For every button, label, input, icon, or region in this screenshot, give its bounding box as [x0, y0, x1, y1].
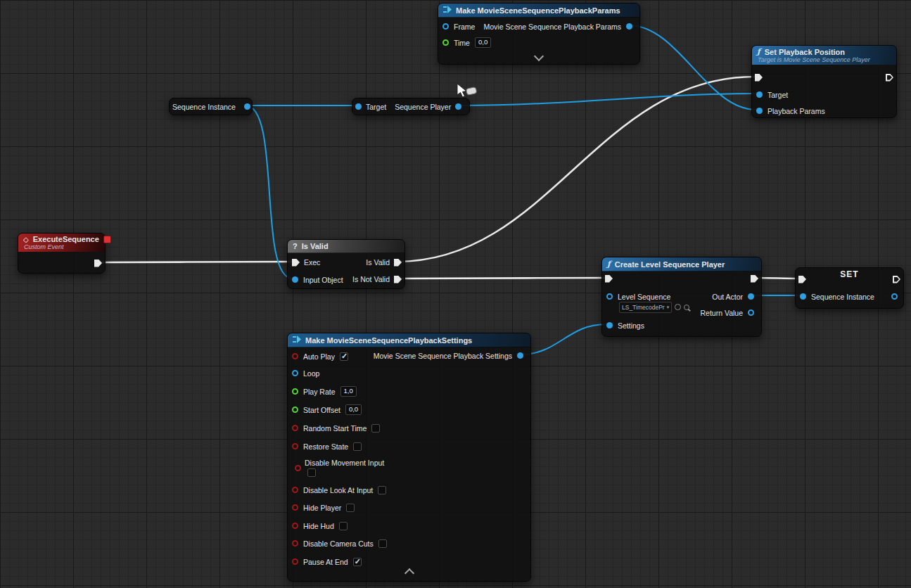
wire-sequenceplayer-to-target[interactable] [457, 94, 756, 106]
mouse-cursor [456, 83, 478, 104]
node-get-sequence-player[interactable]: Target Sequence Player [352, 98, 470, 115]
float-pin[interactable] [292, 407, 298, 413]
wire-sequenceinstance-to-inputobject[interactable] [246, 106, 293, 279]
pause-at-end-checkbox[interactable] [353, 558, 362, 566]
playback-params-out-pin[interactable] [626, 23, 632, 30]
asset-picker-dropdown[interactable]: LS_TimecodePr ▾ [619, 302, 672, 313]
node-header: ƒ Create Level Sequence Player [602, 257, 761, 271]
target-in-pin[interactable] [355, 103, 362, 110]
wire-exec-executesequence-to-isvalid[interactable] [98, 262, 295, 262]
exec-out-pin[interactable] [94, 260, 102, 267]
sequence-player-out-pin[interactable] [455, 103, 461, 110]
exec-in-pin[interactable] [292, 259, 300, 267]
return-value-pin[interactable] [748, 309, 754, 316]
bool-pin[interactable] [292, 443, 298, 449]
pin-label: Target [767, 91, 788, 99]
random-start-time-checkbox[interactable] [371, 424, 380, 433]
float-pin[interactable] [292, 388, 298, 395]
collapse-chevron-icon[interactable] [534, 51, 544, 61]
pin-row-restore-state: Restore State [288, 442, 362, 451]
frame-pin[interactable] [442, 23, 449, 30]
exec-in-pin[interactable] [605, 275, 613, 283]
level-sequence-pin[interactable] [606, 293, 613, 300]
wire-params-to-playbackparams[interactable] [629, 25, 756, 110]
target-pin[interactable] [756, 91, 763, 98]
node-execute-sequence-event[interactable]: ◇ ExecuteSequence Custom Event [18, 233, 106, 274]
node-make-playback-params[interactable]: Make MovieSceneSequencePlaybackParams Fr… [438, 3, 640, 65]
node-subtitle: Custom Event [24, 243, 100, 250]
bool-pin[interactable] [295, 465, 301, 471]
disable-movement-input-checkbox[interactable] [307, 468, 316, 477]
play-rate-input[interactable]: 1,0 [340, 386, 357, 397]
make-struct-icon [443, 6, 452, 15]
blueprint-graph-canvas[interactable]: Make MovieSceneSequencePlaybackParams Fr… [0, 0, 911, 588]
node-make-playback-settings[interactable]: Make MovieSceneSequencePlaybackSettings … [287, 333, 531, 582]
bool-pin[interactable] [292, 487, 298, 493]
expand-chevron-icon[interactable] [404, 568, 414, 578]
node-header: Make MovieSceneSequencePlaybackParams [438, 4, 639, 18]
pin-row: Target Sequence Player [352, 102, 469, 111]
sequence-instance-in-pin[interactable] [800, 293, 806, 300]
pin-row-hide-hud: Hide Hud [288, 521, 348, 530]
node-title: SET [796, 269, 903, 279]
bool-pin[interactable] [292, 523, 298, 529]
pin-label: Restore State [303, 442, 348, 451]
wire-exec-isnotvalid-to-createplayer[interactable] [397, 278, 608, 279]
node-title: Create Level Sequence Player [615, 260, 725, 269]
is-not-valid-exec-out-pin[interactable] [394, 276, 402, 283]
browse-asset-icon[interactable] [684, 305, 689, 310]
disable-look-at-input-checkbox[interactable] [378, 486, 386, 494]
settings-out-pin[interactable] [517, 352, 523, 359]
node-header: ? Is Valid [288, 240, 404, 253]
pin-row-level-sequence: Level Sequence [602, 292, 670, 301]
pin-row-target: Target [752, 90, 788, 99]
hide-player-checkbox[interactable] [346, 504, 355, 512]
time-pin[interactable] [442, 39, 449, 46]
input-object-pin[interactable] [292, 276, 298, 283]
exec-in-row [602, 274, 613, 283]
bool-pin[interactable] [292, 353, 298, 359]
out-actor-pin[interactable] [748, 293, 754, 300]
pin-row-playback-params: Playback Params [752, 106, 825, 115]
exec-in-pin[interactable] [798, 276, 806, 283]
pin-label: Play Rate [303, 388, 336, 396]
variable-out-pin[interactable] [891, 293, 898, 300]
pin-label: Movie Scene Sequence Playback Settings [374, 352, 512, 360]
pin-row-start-offset: Start Offset 0,0 [288, 405, 362, 414]
pin-row-disable-camera-cuts: Disable Camera Cuts [288, 539, 387, 548]
playback-params-pin[interactable] [756, 108, 763, 114]
node-set-playback-position[interactable]: ƒ Set Playback Position Target is Movie … [751, 45, 897, 118]
use-selected-asset-icon[interactable] [675, 304, 681, 310]
hide-hud-checkbox[interactable] [339, 522, 348, 530]
pin-row-exec: Exec [288, 258, 320, 267]
time-value-input[interactable]: 0,0 [475, 37, 491, 48]
node-get-sequence-instance[interactable]: Sequence Instance [169, 98, 253, 115]
exec-in-pin[interactable] [755, 74, 763, 82]
struct-pin[interactable] [292, 370, 298, 376]
bool-pin[interactable] [292, 504, 298, 511]
restore-state-checkbox[interactable] [353, 442, 362, 451]
exec-out-pin[interactable] [751, 275, 758, 283]
settings-pin[interactable] [606, 322, 613, 328]
function-icon: ƒ [607, 260, 611, 269]
node-is-valid[interactable]: ? Is Valid Exec Is Valid Input Object Is… [287, 239, 405, 289]
start-offset-input[interactable]: 0,0 [345, 404, 362, 415]
node-set-variable[interactable]: SET Sequence Instance [795, 267, 904, 309]
exec-out-pin[interactable] [893, 276, 900, 283]
bool-pin[interactable] [292, 540, 298, 547]
pin-label: Random Start Time [303, 424, 367, 433]
pin-label: Sequence Instance [811, 293, 874, 301]
bool-pin[interactable] [292, 558, 298, 565]
exec-out-row [94, 259, 105, 267]
node-create-level-sequence-player[interactable]: ƒ Create Level Sequence Player Level Seq… [601, 257, 762, 337]
exec-out-pin[interactable] [886, 74, 893, 82]
exec-in-row [796, 275, 806, 283]
sequence-instance-out-pin[interactable] [244, 103, 250, 110]
disable-camera-cuts-checkbox[interactable] [378, 539, 387, 548]
wire-settings-to-createplayer[interactable] [520, 324, 606, 354]
bool-pin[interactable] [292, 425, 298, 431]
auto-play-checkbox[interactable] [340, 352, 348, 361]
is-valid-exec-out-pin[interactable] [394, 259, 402, 267]
pin-row-is-valid: Is Valid [366, 258, 404, 267]
pin-label: Is Valid [366, 258, 390, 267]
